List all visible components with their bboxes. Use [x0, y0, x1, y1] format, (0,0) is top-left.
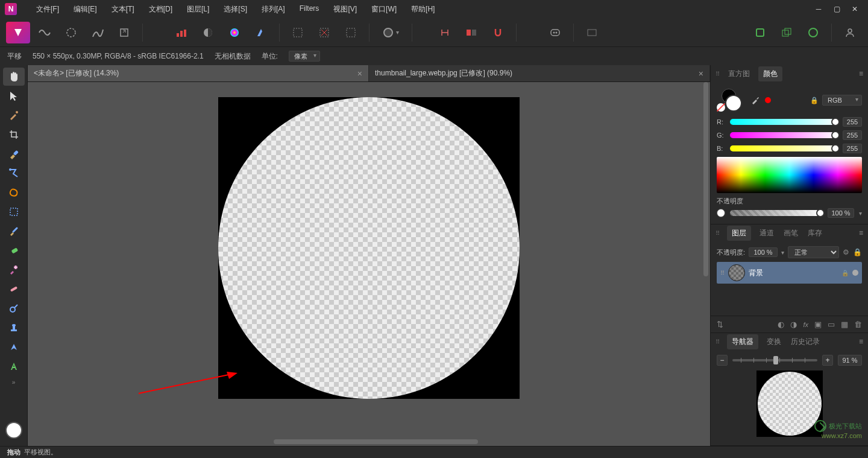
tab-layers[interactable]: 图层 — [727, 226, 751, 241]
new-pixel-layer-icon[interactable] — [775, 22, 799, 43]
delete-layer-icon[interactable]: 🗑 — [854, 320, 862, 329]
menu-text[interactable]: 文本[T] — [104, 1, 142, 17]
clone-tool[interactable] — [3, 261, 25, 279]
panel-drag-handle-icon[interactable]: ⠿ — [715, 339, 720, 345]
color-swatch-ring[interactable] — [717, 89, 743, 112]
r-value-input[interactable] — [843, 117, 862, 127]
navigator-preview[interactable] — [756, 371, 823, 437]
close-window-button[interactable]: ✕ — [850, 4, 860, 14]
panel-menu-icon[interactable]: ≡ — [859, 69, 863, 78]
panel-drag-handle-icon[interactable]: ⠿ — [715, 230, 720, 237]
eyedropper-icon[interactable] — [750, 95, 760, 105]
move-tool[interactable] — [3, 87, 25, 105]
marquee-tool[interactable] — [3, 203, 25, 221]
color-well[interactable] — [5, 422, 22, 439]
canvas-scrollbar-horizontal[interactable] — [28, 437, 710, 446]
hand-tool[interactable] — [3, 68, 25, 86]
panel-drag-handle-icon[interactable]: ⠿ — [715, 71, 720, 77]
menu-layer[interactable]: 图层[L] — [180, 1, 216, 17]
tab-navigator[interactable]: 导航器 — [727, 334, 758, 349]
minimize-button[interactable]: ─ — [814, 4, 823, 14]
tab-channels[interactable]: 通道 — [758, 226, 775, 241]
zoom-slider[interactable] — [732, 359, 817, 361]
g-value-input[interactable] — [843, 130, 862, 140]
stock-icon[interactable] — [580, 22, 604, 43]
eraser-tool[interactable] — [3, 241, 25, 259]
persona-tonemap-icon[interactable] — [86, 22, 110, 43]
blend-mode-select[interactable]: 正常 — [788, 246, 839, 258]
color-picker-tool[interactable] — [3, 106, 25, 124]
tools-expand-icon[interactable]: » — [10, 377, 18, 388]
paint-brush-tool[interactable] — [3, 222, 25, 240]
panel-menu-icon[interactable]: ≡ — [859, 229, 863, 237]
group-icon[interactable]: ▭ — [828, 320, 835, 329]
assistant-icon[interactable] — [543, 22, 567, 43]
add-layer-icon[interactable]: ▦ — [841, 320, 848, 329]
tab-color[interactable]: 颜色 — [758, 66, 782, 81]
layer-opacity-input[interactable] — [749, 247, 778, 257]
crop-tool[interactable] — [3, 126, 25, 144]
menu-view[interactable]: 视图[V] — [326, 1, 364, 17]
account-icon[interactable] — [838, 22, 862, 43]
g-slider[interactable] — [730, 132, 838, 138]
tab-history[interactable]: 历史记录 — [790, 334, 821, 349]
autowb-icon[interactable] — [249, 22, 273, 43]
menu-help[interactable]: 帮助[H] — [404, 1, 442, 17]
opacity-slider[interactable] — [730, 210, 823, 216]
record-color-icon[interactable] — [765, 97, 771, 103]
snap-icon[interactable] — [433, 22, 457, 43]
menu-edit[interactable]: 编辑[E] — [66, 1, 104, 17]
persona-export-icon[interactable] — [112, 22, 136, 43]
context-units-select[interactable]: 像素 — [289, 51, 320, 62]
zoom-value-input[interactable] — [838, 355, 862, 366]
stamp-tool[interactable] — [3, 319, 25, 337]
primary-color-swatch[interactable] — [725, 95, 742, 112]
panel-menu-icon[interactable]: ≡ — [859, 337, 863, 346]
maximize-button[interactable]: ▢ — [832, 4, 841, 14]
lock-icon[interactable]: 🔒 — [810, 97, 819, 104]
layer-reorder-icon[interactable]: ⇅ — [717, 320, 723, 329]
selection-brush-tool[interactable] — [3, 145, 25, 163]
flood-select-tool[interactable] — [3, 164, 25, 182]
color-mode-select[interactable]: RGB — [822, 95, 862, 106]
new-layer-icon[interactable] — [748, 22, 772, 43]
persona-liquify-icon[interactable] — [33, 22, 57, 43]
lock-icon[interactable]: 🔒 — [853, 248, 862, 256]
opacity-value-input[interactable] — [828, 208, 854, 218]
persona-develop-icon[interactable] — [59, 22, 83, 43]
layer-drag-handle-icon[interactable]: ⠿ — [720, 270, 725, 276]
magnet-icon[interactable] — [486, 22, 510, 43]
layer-visibility-toggle[interactable] — [852, 270, 858, 276]
autocontrast-icon[interactable] — [196, 22, 220, 43]
mask-icon[interactable]: ◐ — [778, 320, 784, 329]
r-slider[interactable] — [730, 119, 838, 125]
align-icon[interactable] — [459, 22, 483, 43]
document-tab-1[interactable]: <未命名> [已修改] (14.3%) × — [28, 65, 369, 81]
tab-transform[interactable]: 变换 — [766, 334, 782, 349]
layer-lock-icon[interactable]: 🔒 — [841, 270, 849, 276]
tab-close-icon[interactable]: × — [699, 69, 703, 78]
tab-histogram[interactable]: 直方图 — [727, 66, 751, 81]
zoom-in-button[interactable]: + — [822, 355, 833, 366]
adjust-icon[interactable]: ◑ — [790, 320, 797, 329]
opacity-dropdown-icon[interactable]: ▾ — [781, 249, 784, 256]
autolevels-icon[interactable] — [169, 22, 193, 43]
text-tool[interactable] — [3, 357, 25, 375]
menu-select[interactable]: 选择[S] — [216, 1, 254, 17]
healing-tool[interactable] — [3, 280, 25, 298]
fx-icon[interactable]: fx — [803, 321, 808, 328]
tab-close-icon[interactable]: × — [357, 69, 362, 78]
canvas-area[interactable] — [28, 82, 710, 437]
menu-arrange[interactable]: 排列[A] — [254, 1, 292, 17]
persona-photo-icon[interactable] — [6, 22, 30, 43]
pen-tool[interactable] — [3, 338, 25, 356]
b-value-input[interactable] — [843, 144, 862, 153]
b-slider[interactable] — [730, 145, 838, 151]
selection-cross-icon[interactable] — [312, 22, 336, 43]
menu-file[interactable]: 文件[F] — [29, 1, 66, 17]
document-tab-2[interactable]: thumbnail_large.webp.jpg [已修改] (90.9%) × — [369, 65, 710, 81]
layer-item[interactable]: ⠿ 背景 🔒 — [717, 262, 862, 284]
gear-icon[interactable]: ⚙ — [843, 248, 849, 256]
autocolor-icon[interactable] — [222, 22, 247, 43]
freehand-select-tool[interactable] — [3, 183, 25, 202]
